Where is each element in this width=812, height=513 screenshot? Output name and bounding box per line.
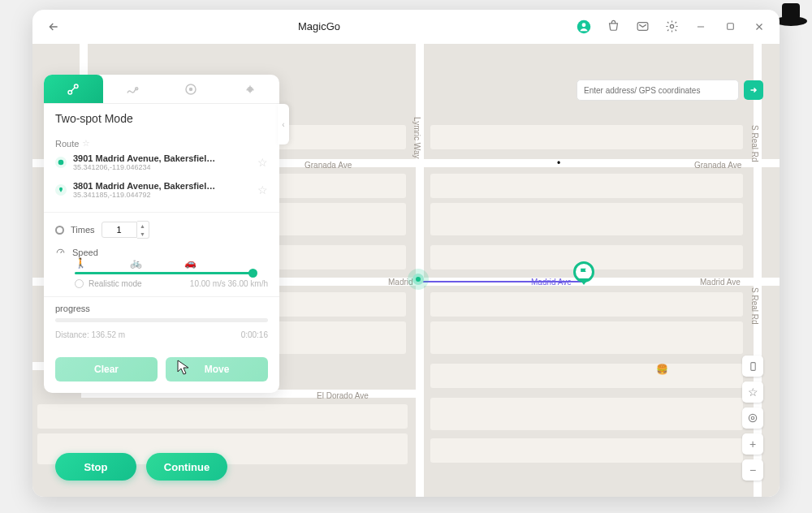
label-madrid-right: Madrid Ave: [700, 278, 741, 287]
move-button[interactable]: Move: [166, 357, 268, 382]
clear-button[interactable]: Clear: [55, 357, 158, 382]
svg-point-8: [751, 416, 754, 420]
waypoint-start[interactable]: 3901 Madrid Avenue, Bakersfiel… 35.34120…: [55, 149, 268, 176]
realistic-checkbox[interactable]: [75, 279, 84, 288]
waypoint-coords: 35.341185,-119.044792: [73, 191, 251, 199]
zoom-in-button[interactable]: +: [742, 433, 763, 455]
maximize-button[interactable]: [721, 18, 739, 36]
panel-title: Two-spot Mode: [44, 104, 279, 131]
svg-rect-7: [750, 362, 754, 370]
route-heading: Route ☆: [55, 138, 268, 149]
svg-point-14: [190, 88, 192, 90]
tab-two-spot[interactable]: [44, 75, 103, 103]
svg-point-5: [670, 24, 673, 28]
map-search: [577, 80, 763, 101]
app-window: MagicGo: [32, 10, 780, 497]
panel-collapse-handle[interactable]: ‹: [278, 104, 289, 144]
realistic-label: Realistic mode: [89, 279, 142, 288]
progress-label: progress: [55, 304, 268, 313]
label-granada-left: Granada Ave: [304, 161, 352, 170]
waypoint-end[interactable]: 3801 Madrid Avenue, Bakersfiel… 35.34118…: [55, 176, 268, 204]
minimize-button[interactable]: [692, 18, 710, 36]
map-block: [430, 292, 743, 317]
speed-mode-icons: 🚶 🚲 🚗: [75, 257, 197, 269]
playback-controls: Stop Continue: [55, 453, 227, 481]
tab-joystick[interactable]: [221, 75, 280, 103]
zoom-out-button[interactable]: −: [742, 459, 763, 481]
times-row: Times ▲▼: [55, 221, 268, 239]
tool-locate-icon[interactable]: [742, 407, 763, 429]
times-input[interactable]: [102, 222, 137, 238]
mode-tabs: [44, 75, 279, 104]
waypoint-address: 3801 Madrid Avenue, Bakersfiel…: [73, 181, 251, 191]
route-line: [421, 281, 583, 282]
mode-panel: Two-spot Mode Route ☆ 3901 Madrid Avenue…: [44, 75, 279, 393]
search-input[interactable]: [577, 80, 739, 101]
map-block: [37, 404, 408, 429]
speed-values: 10.00 m/s 36.00 km/h: [190, 279, 268, 288]
waypoint-coords: 35.341206,-119.046234: [73, 163, 251, 171]
waypoint-pin-icon: [55, 184, 67, 196]
map-block: [430, 398, 743, 430]
speed-row: Speed: [55, 247, 268, 257]
svg-point-3: [582, 23, 586, 27]
times-stepper: ▲▼: [102, 221, 149, 239]
favorite-waypoint-icon[interactable]: ☆: [257, 183, 268, 196]
search-go-button[interactable]: [744, 80, 763, 100]
label-madrid-left: Madrid: [388, 278, 413, 287]
svg-point-15: [58, 160, 64, 166]
bike-icon[interactable]: 🚲: [130, 257, 142, 269]
elapsed-text: 0:00:16: [241, 330, 268, 339]
favorite-waypoint-icon[interactable]: ☆: [257, 156, 268, 169]
titlebar-actions: [575, 18, 768, 36]
mail-icon[interactable]: [633, 18, 651, 36]
settings-icon[interactable]: [663, 18, 680, 36]
times-label: Times: [71, 225, 95, 235]
label-real-top: S Real Rd: [750, 125, 759, 162]
speed-label: Speed: [72, 248, 98, 257]
route-label-text: Route: [55, 139, 79, 149]
svg-point-9: [749, 414, 756, 421]
map-block: [430, 174, 743, 198]
titlebar: MagicGo: [32, 10, 780, 44]
map-block: [430, 364, 743, 388]
movement-section: Times ▲▼ Speed 🚶 🚲 🚗: [44, 212, 279, 296]
walk-icon[interactable]: 🚶: [75, 257, 87, 269]
star-icon[interactable]: ☆: [82, 138, 90, 149]
map-block: [430, 438, 743, 463]
svg-rect-1: [782, 3, 800, 19]
stop-button[interactable]: Stop: [55, 453, 136, 481]
progress-bar: [55, 318, 268, 322]
label-eldorado: El Dorado Ave: [317, 391, 369, 400]
route-start-pin[interactable]: [412, 274, 424, 285]
label-granada-right: Granada Ave: [694, 161, 741, 170]
poi-food-icon: 🍔: [656, 364, 668, 375]
tab-multi-spot[interactable]: [103, 75, 162, 103]
tool-device-icon[interactable]: [742, 356, 763, 377]
map-block: [430, 125, 743, 149]
waypoint-address: 3901 Madrid Avenue, Bakersfiel…: [73, 153, 251, 163]
map-block: [430, 321, 743, 354]
route-end-pin[interactable]: [573, 261, 594, 282]
waypoint-dot-icon: [55, 157, 67, 168]
back-button[interactable]: [44, 17, 63, 37]
close-button[interactable]: [750, 18, 768, 36]
cart-icon[interactable]: [604, 18, 622, 36]
distance-text: Distance: 136.52 m: [55, 330, 125, 339]
progress-section: progress Distance: 136.52 m 0:00:16: [44, 296, 279, 347]
content-area: Granada Ave Granada Ave Madrid Madrid Av…: [32, 44, 780, 497]
label-lymric: Lymric Way: [412, 117, 421, 158]
tool-favorite-icon[interactable]: ☆: [742, 382, 763, 403]
route-section: Route ☆ 3901 Madrid Avenue, Bakersfiel… …: [44, 131, 279, 212]
car-icon[interactable]: 🚗: [184, 257, 197, 269]
times-down[interactable]: ▼: [137, 230, 149, 238]
panel-buttons: Clear Move: [44, 347, 279, 393]
tab-teleport[interactable]: [162, 75, 221, 103]
app-title: MagicGo: [63, 20, 575, 32]
times-up[interactable]: ▲: [137, 222, 149, 230]
svg-rect-6: [727, 24, 733, 30]
map-block: [430, 203, 743, 235]
speed-slider[interactable]: [75, 272, 253, 274]
user-icon[interactable]: [575, 18, 593, 36]
continue-button[interactable]: Continue: [146, 453, 227, 481]
